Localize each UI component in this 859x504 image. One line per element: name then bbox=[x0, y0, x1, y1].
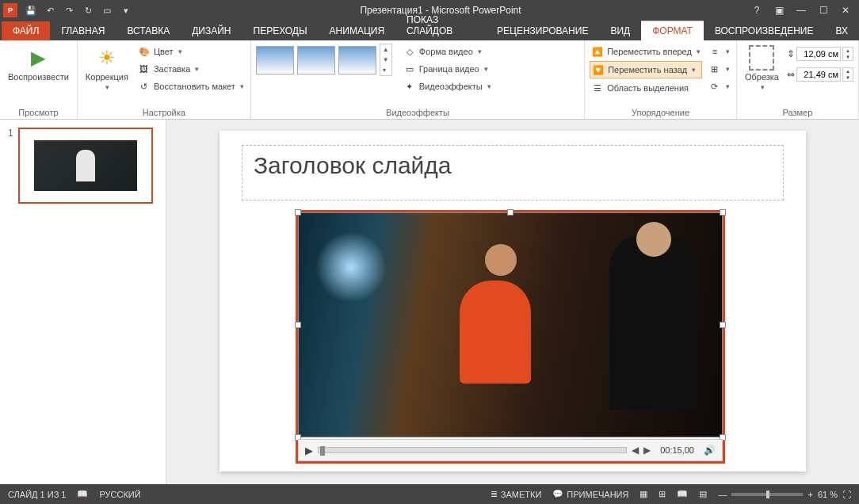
sorter-view-icon[interactable]: ⊞ bbox=[659, 489, 666, 499]
close-button[interactable]: ✕ bbox=[835, 2, 856, 19]
video-seek-track[interactable] bbox=[318, 447, 627, 453]
crop-icon bbox=[749, 45, 774, 71]
slide-thumb-preview[interactable] bbox=[18, 128, 153, 204]
width-input[interactable] bbox=[796, 67, 841, 82]
spin-down[interactable]: ▼ bbox=[843, 74, 853, 81]
maximize-button[interactable]: ☐ bbox=[813, 2, 834, 19]
save-icon[interactable]: 💾 bbox=[22, 2, 40, 19]
play-label: Воспроизвести bbox=[8, 72, 69, 82]
spin-up[interactable]: ▲ bbox=[843, 68, 853, 74]
zoom-slider[interactable] bbox=[731, 493, 803, 496]
zoom-out-button[interactable]: — bbox=[718, 490, 727, 499]
title-placeholder[interactable]: Заголовок слайда bbox=[242, 145, 784, 200]
height-input[interactable] bbox=[796, 47, 841, 61]
slide-thumbnail[interactable]: 1 bbox=[8, 128, 158, 204]
play-button[interactable]: ▶ Воспроизвести bbox=[5, 44, 72, 83]
slide-thumbnail-pane[interactable]: 1 bbox=[0, 120, 166, 484]
selection-pane-button[interactable]: ☰Область выделения bbox=[590, 80, 702, 96]
tab-file[interactable]: ФАЙЛ bbox=[2, 21, 50, 40]
width-field[interactable]: ⇔ ▲▼ bbox=[787, 67, 853, 82]
slide-editor[interactable]: Заголовок слайда ▶ ◀ bbox=[166, 120, 859, 484]
resize-handle[interactable] bbox=[295, 209, 301, 216]
language-status[interactable]: РУССКИЙ bbox=[99, 490, 140, 499]
selection-icon: ☰ bbox=[591, 82, 604, 94]
video-effects-button[interactable]: ✦Видеоэффекты▾ bbox=[402, 78, 493, 94]
color-button[interactable]: 🎨Цвет▾ bbox=[136, 44, 246, 59]
help-icon[interactable]: ? bbox=[746, 2, 767, 19]
tab-view[interactable]: ВИД bbox=[599, 21, 641, 40]
video-playback-bar: ▶ ◀ ▶ 00:15,00 🔊 bbox=[298, 439, 723, 461]
spellcheck-icon[interactable]: 📖 bbox=[77, 489, 88, 499]
redo-icon[interactable]: ↷ bbox=[60, 2, 78, 19]
tab-animations[interactable]: АНИМАЦИЯ bbox=[319, 21, 395, 40]
fit-to-window-icon[interactable]: ⛶ bbox=[842, 490, 851, 499]
reading-view-icon[interactable]: 📖 bbox=[677, 489, 688, 499]
qat-dropdown-icon[interactable]: ▾ bbox=[117, 2, 135, 19]
align-button[interactable]: ≡▾ bbox=[707, 44, 731, 59]
zoom-in-button[interactable]: + bbox=[807, 490, 812, 499]
slideshow-view-icon[interactable]: ▤ bbox=[699, 489, 707, 499]
video-frame[interactable] bbox=[298, 212, 723, 437]
resize-handle[interactable] bbox=[720, 322, 726, 328]
group-button[interactable]: ⊞▾ bbox=[707, 61, 731, 77]
tab-overflow[interactable]: Вх bbox=[825, 21, 859, 40]
resize-handle[interactable] bbox=[295, 322, 301, 328]
ribbon-group-arrange: 🔼Переместить вперед▾ 🔽Переместить назад▾… bbox=[585, 40, 737, 119]
reset-design-button[interactable]: ↺Восстановить макет▾ bbox=[136, 78, 246, 94]
resize-handle[interactable] bbox=[720, 209, 726, 216]
spin-down[interactable]: ▼ bbox=[843, 54, 853, 60]
comments-button[interactable]: 💬 ПРИМЕЧАНИЯ bbox=[552, 489, 628, 499]
video-play-button[interactable]: ▶ bbox=[305, 445, 313, 456]
style-thumb[interactable] bbox=[256, 46, 294, 74]
reset-icon: ↺ bbox=[138, 80, 151, 93]
step-back-button[interactable]: ◀ bbox=[632, 445, 639, 456]
shape-icon: ◇ bbox=[403, 45, 416, 58]
notes-button[interactable]: ≣ ЗАМЕТКИ bbox=[491, 489, 542, 499]
video-border-button[interactable]: ▭Граница видео▾ bbox=[402, 61, 493, 77]
slide-number: 1 bbox=[8, 128, 13, 204]
bring-forward-button[interactable]: 🔼Переместить вперед▾ bbox=[590, 44, 702, 59]
tab-design[interactable]: ДИЗАЙН bbox=[181, 21, 242, 40]
crop-button[interactable]: Обрезка ▾ bbox=[742, 44, 782, 93]
gallery-more-icon[interactable]: ▾ bbox=[380, 65, 391, 75]
gallery-scroll-down[interactable]: ▼ bbox=[380, 55, 391, 65]
zoom-control: — + 61 % ⛶ bbox=[718, 490, 851, 499]
group-icon: ⊞ bbox=[708, 63, 721, 75]
normal-view-icon[interactable]: ▦ bbox=[639, 489, 647, 499]
chevron-down-icon: ▾ bbox=[761, 83, 765, 91]
gallery-scroll-up[interactable]: ▲ bbox=[380, 44, 391, 55]
resize-handle[interactable] bbox=[507, 209, 513, 216]
volume-icon[interactable]: 🔊 bbox=[704, 445, 716, 456]
start-slideshow-icon[interactable]: ▭ bbox=[98, 2, 116, 19]
ribbon-options-icon[interactable]: ▣ bbox=[769, 2, 789, 19]
send-backward-button[interactable]: 🔽Переместить назад▾ bbox=[590, 61, 702, 78]
spin-up[interactable]: ▲ bbox=[843, 48, 853, 54]
tab-insert[interactable]: ВСТАВКА bbox=[116, 21, 181, 40]
width-icon: ⇔ bbox=[787, 69, 795, 80]
tab-review[interactable]: РЕЦЕНЗИРОВАНИЕ bbox=[486, 21, 599, 40]
group-label-adjust: Настройка bbox=[82, 106, 246, 117]
seek-thumb[interactable] bbox=[320, 446, 325, 456]
window-controls: ? ▣ — ☐ ✕ bbox=[746, 2, 856, 19]
ribbon: ▶ Воспроизвести Просмотр ☀ Коррекция ▾ 🎨… bbox=[0, 40, 859, 120]
height-field[interactable]: ⇕ ▲▼ bbox=[787, 47, 853, 61]
corrections-button[interactable]: ☀ Коррекция ▾ bbox=[82, 44, 132, 93]
video-shape-button[interactable]: ◇Форма видео▾ bbox=[402, 44, 493, 59]
tab-playback[interactable]: ВОСПРОИЗВЕДЕНИЕ bbox=[704, 21, 825, 40]
tab-transitions[interactable]: ПЕРЕХОДЫ bbox=[242, 21, 319, 40]
slide-canvas[interactable]: Заголовок слайда ▶ ◀ bbox=[220, 131, 806, 472]
style-thumb[interactable] bbox=[297, 46, 335, 74]
undo-icon[interactable]: ↶ bbox=[41, 2, 59, 19]
video-object-selected[interactable]: ▶ ◀ ▶ 00:15,00 🔊 bbox=[296, 210, 725, 464]
tab-slideshow[interactable]: ПОКАЗ СЛАЙДОВ bbox=[395, 10, 486, 40]
minimize-button[interactable]: — bbox=[791, 2, 811, 19]
poster-frame-button[interactable]: 🖼Заставка▾ bbox=[136, 61, 246, 77]
group-label-size: Размер bbox=[742, 106, 853, 117]
step-forward-button[interactable]: ▶ bbox=[643, 445, 651, 456]
tab-format[interactable]: ФОРМАТ bbox=[641, 21, 704, 40]
rotate-button[interactable]: ⟳▾ bbox=[707, 78, 731, 94]
video-style-gallery[interactable]: ▲ ▼ ▾ bbox=[256, 44, 392, 76]
repeat-icon[interactable]: ↻ bbox=[79, 2, 97, 19]
style-thumb[interactable] bbox=[338, 46, 376, 74]
tab-home[interactable]: ГЛАВНАЯ bbox=[50, 21, 116, 40]
